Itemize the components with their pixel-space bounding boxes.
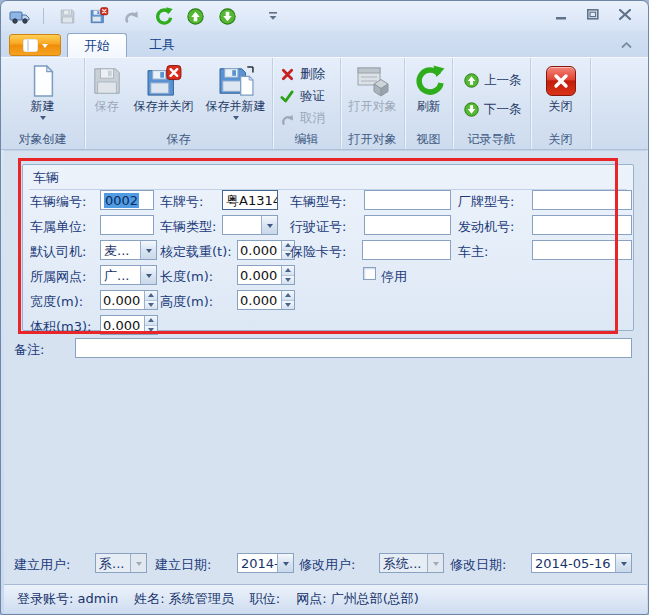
length-spinner[interactable]: 0.000 [237, 265, 295, 285]
vehicle-type-label: 车辆类型: [160, 218, 216, 236]
stop-use-label: 停用 [381, 268, 407, 286]
save-close-icon[interactable] [88, 6, 110, 26]
validate-button[interactable]: 验证 [275, 87, 329, 106]
down-circle-icon [463, 102, 479, 118]
brand-model-input[interactable] [532, 190, 632, 210]
refresh-icon [413, 63, 445, 99]
next-record-icon[interactable] [216, 6, 238, 26]
chevron-down-icon[interactable] [261, 216, 277, 234]
open-object-icon [356, 63, 390, 99]
ribbon-group-object-create: 新建 对象创建 [1, 58, 85, 149]
save-new-icon [218, 63, 254, 99]
vehicle-no-input[interactable]: 0002 [100, 190, 154, 210]
ribbon-group-close: 关闭 关闭 [531, 58, 591, 149]
group-caption: 记录导航 [453, 132, 530, 149]
refresh-button[interactable]: 刷新 [409, 61, 449, 116]
group-caption: 保存 [85, 132, 272, 149]
save-icon[interactable] [56, 6, 78, 26]
load-capacity-spinner[interactable]: 0.000 [237, 240, 295, 260]
car-owner-label: 车主: [458, 243, 488, 261]
default-driver-select[interactable]: 麦... [100, 240, 157, 260]
group-caption: 编辑 [273, 132, 340, 149]
owner-unit-input[interactable] [100, 215, 154, 235]
status-login: 登录账号: admin [17, 590, 118, 608]
volume-spinner[interactable]: 0.000 [100, 315, 158, 335]
plate-no-input[interactable]: 粤A1314 [222, 190, 278, 210]
modified-by-select: 系统... [379, 553, 444, 573]
chevron-down-icon [130, 554, 146, 572]
previous-record-button[interactable]: 上一条 [459, 71, 526, 90]
save-and-new-button[interactable]: 保存并新建 [202, 61, 270, 122]
window-controls [552, 7, 634, 22]
spin-up-icon[interactable] [145, 291, 157, 301]
created-date-picker[interactable]: 2014-05-16 [237, 553, 294, 573]
tab-start[interactable]: 开始 [67, 33, 127, 57]
chevron-down-icon[interactable] [140, 241, 156, 259]
car-owner-input[interactable] [532, 240, 632, 260]
new-button[interactable]: 新建 [24, 61, 62, 122]
titlebar [1, 1, 648, 31]
collapse-ribbon-button[interactable] [618, 39, 634, 51]
height-spinner[interactable]: 0.000 [237, 290, 295, 310]
remark-input[interactable] [75, 338, 632, 358]
load-capacity-label: 核定载重(t): [160, 243, 232, 261]
undo-icon [279, 111, 295, 127]
vehicle-type-select[interactable] [222, 215, 278, 235]
width-spinner[interactable]: 0.000 [100, 290, 158, 310]
created-date-label: 建立日期: [155, 556, 211, 574]
branch-select[interactable]: 广... [100, 265, 157, 285]
ribbon-tab-row: 开始 工具 [1, 31, 648, 57]
save-button[interactable]: 保存 [88, 61, 126, 116]
application-menu-button[interactable] [9, 34, 61, 56]
insurance-no-label: 保险卡号: [290, 243, 346, 261]
customize-toolbar-icon[interactable] [262, 6, 284, 26]
insurance-no-input[interactable] [362, 240, 451, 260]
license-no-input[interactable] [364, 215, 451, 235]
next-record-button[interactable]: 下一条 [459, 100, 526, 119]
modified-date-picker[interactable]: 2014-05-16 [531, 553, 632, 573]
save-and-close-button[interactable]: 保存并关闭 [130, 61, 198, 116]
plate-no-label: 车牌号: [160, 193, 203, 211]
vehicle-model-input[interactable] [364, 190, 451, 210]
spin-down-icon[interactable] [145, 301, 157, 310]
check-icon [279, 89, 295, 105]
height-label: 高度(m): [160, 293, 213, 311]
close-button[interactable] [616, 7, 634, 22]
chevron-down-icon [233, 116, 239, 120]
tab-tools[interactable]: 工具 [133, 33, 191, 57]
status-name: 姓名: 系统管理员 [134, 590, 234, 608]
created-by-select: 系... [95, 553, 147, 573]
chevron-down-icon[interactable] [615, 554, 631, 572]
branch-label: 所属网点: [30, 268, 86, 286]
stop-use-checkbox[interactable] [363, 267, 376, 280]
refresh-icon[interactable] [152, 6, 174, 26]
chevron-down-icon [42, 44, 48, 48]
spin-up-icon[interactable] [282, 291, 294, 301]
delete-button[interactable]: 删除 [275, 65, 329, 84]
ribbon-group-record-nav: 上一条 下一条 记录导航 [453, 58, 531, 149]
minimize-button[interactable] [552, 7, 570, 22]
chevron-down-icon[interactable] [277, 554, 293, 572]
close-form-button[interactable]: 关闭 [542, 61, 580, 116]
delete-x-icon [279, 67, 295, 83]
cancel-button[interactable]: 取消 [275, 109, 329, 128]
spin-up-icon[interactable] [282, 266, 294, 276]
previous-record-icon[interactable] [184, 6, 206, 26]
ribbon-group-save: 保存 保存并关闭 保存并新建 保存 [85, 58, 273, 149]
created-by-label: 建立用户: [14, 556, 70, 574]
width-label: 宽度(m): [30, 293, 83, 311]
vehicle-model-label: 车辆型号: [290, 193, 346, 211]
remark-label: 备注: [14, 341, 44, 359]
save-close-icon [146, 63, 182, 99]
spin-down-icon[interactable] [282, 276, 294, 285]
notebook-icon [23, 39, 38, 52]
open-object-button[interactable]: 打开对象 [345, 61, 401, 116]
spin-up-icon[interactable] [145, 316, 157, 326]
maximize-button[interactable] [584, 7, 602, 22]
engine-no-input[interactable] [532, 215, 632, 235]
spin-down-icon[interactable] [145, 326, 157, 335]
status-bar: 登录账号: admin 姓名: 系统管理员 职位: 网点: 广州总部(总部) [4, 584, 647, 613]
spin-down-icon[interactable] [282, 301, 294, 310]
chevron-down-icon[interactable] [140, 266, 156, 284]
ribbon-group-open-object: 打开对象 打开对象 [341, 58, 405, 149]
